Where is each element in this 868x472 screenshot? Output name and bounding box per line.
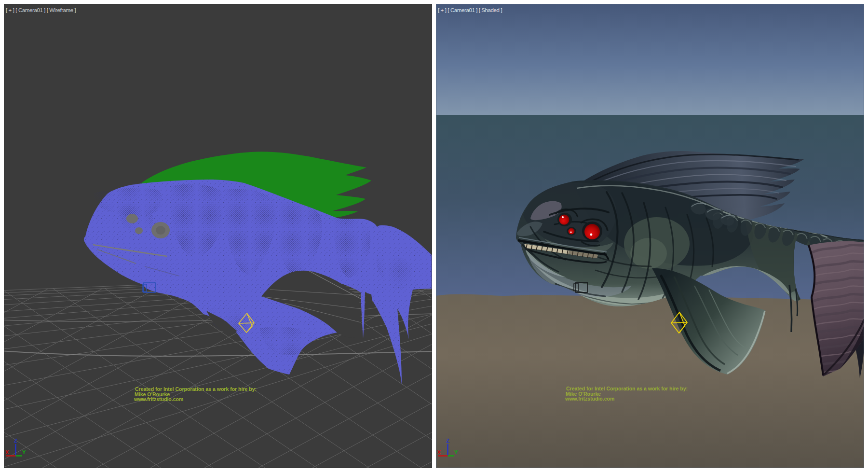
- svg-text:Y: Y: [454, 449, 458, 455]
- svg-text:[ + ] [ Camera01 ] [ Wireframe: [ + ] [ Camera01 ] [ Wireframe ]: [6, 7, 76, 13]
- svg-text:Y: Y: [22, 449, 26, 455]
- svg-text:www.fritzstudio.com: www.fritzstudio.com: [565, 396, 614, 402]
- svg-text:X: X: [5, 449, 9, 455]
- svg-text:[ + ] [ Camera01 ] [ Shaded ]: [ + ] [ Camera01 ] [ Shaded ]: [438, 7, 502, 13]
- svg-text:X: X: [437, 449, 441, 455]
- svg-text:Z: Z: [446, 438, 449, 444]
- svg-text:Z: Z: [14, 438, 17, 444]
- svg-text:www.fritzstudio.com: www.fritzstudio.com: [134, 396, 183, 402]
